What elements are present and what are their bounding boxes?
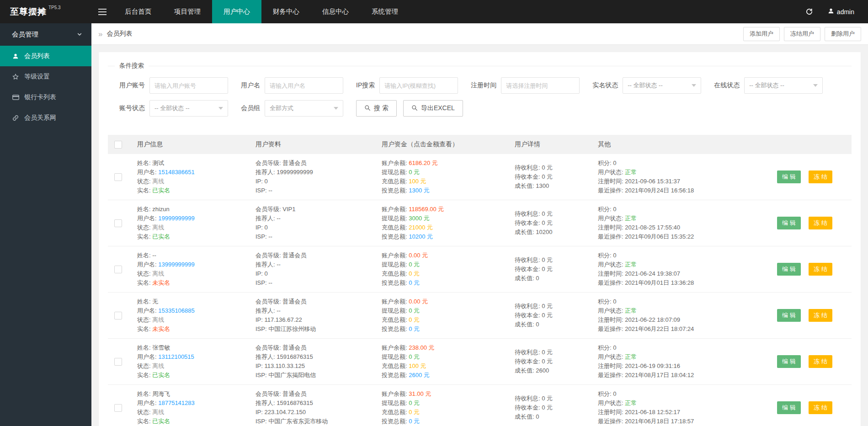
edit-button[interactable]: 编 辑 <box>777 217 801 229</box>
username-value[interactable]: 15148386651 <box>158 169 195 176</box>
points-value: 0 <box>613 298 616 305</box>
recharge-total-value[interactable]: 0 元 <box>409 270 420 277</box>
refresh-icon[interactable] <box>805 8 813 16</box>
search-button[interactable]: 搜 索 <box>356 100 397 117</box>
invest-total-value[interactable]: 2600 元 <box>409 372 430 378</box>
username-label: 用户名: <box>137 399 158 406</box>
nav-item-info-center[interactable]: 信息中心 <box>311 0 360 23</box>
freeze-button[interactable]: 冻 结 <box>809 355 832 368</box>
points-value: 0 <box>613 160 616 166</box>
select-all-checkbox[interactable] <box>114 141 122 149</box>
balance-value[interactable]: 0.00 元 <box>409 252 428 259</box>
balance-value[interactable]: 0.00 元 <box>409 298 428 305</box>
edit-button[interactable]: 编 辑 <box>777 170 801 183</box>
add-user-button[interactable]: 添加用户 <box>743 27 780 41</box>
name-value: zhizun <box>152 206 170 213</box>
nav-item-finance-center[interactable]: 财务中心 <box>261 0 311 23</box>
nav-item-dashboard[interactable]: 后台首页 <box>113 0 163 23</box>
invest-total-value[interactable]: 0 元 <box>409 325 420 332</box>
freeze-button[interactable]: 冻 结 <box>809 309 832 322</box>
ip-value: 0 <box>265 224 268 231</box>
nav-item-projects[interactable]: 项目管理 <box>163 0 212 23</box>
user-info-cell: 姓名: 测试 用户名: 15148386651 状态: 离线 实名: 已实名 <box>133 154 251 200</box>
recharge-total-value[interactable]: 21000 元 <box>409 224 433 231</box>
export-excel-button[interactable]: 导出EXCEL <box>403 100 463 117</box>
caret-down-icon <box>218 107 223 110</box>
freeze-button[interactable]: 冻 结 <box>809 263 832 276</box>
recharge-total-value[interactable]: 0 元 <box>409 409 420 415</box>
referrer-label: 推荐人: <box>256 215 277 222</box>
last-op-value: 2021年06月18日 17:18:57 <box>625 418 694 425</box>
principal-label: 待收本金: <box>515 266 542 272</box>
status-value: 离线 <box>152 409 164 415</box>
recharge-total-value[interactable]: 100 元 <box>409 362 426 369</box>
username-value[interactable]: 13112100515 <box>158 353 194 360</box>
invest-total-value[interactable]: 0 元 <box>409 418 420 425</box>
balance-value[interactable]: 6186.20 元 <box>409 160 438 166</box>
withdraw-total-value[interactable]: 0 元 <box>409 307 420 314</box>
member-group-select[interactable]: 全部方式 <box>265 100 343 117</box>
user-menu[interactable]: admin <box>828 8 854 16</box>
hamburger-menu-icon[interactable] <box>91 0 113 23</box>
freeze-button[interactable]: 冻 结 <box>809 401 832 414</box>
column-header-user-funds: 用户资金（点击金额查看） <box>377 135 510 154</box>
invest-total-value[interactable]: 10200 元 <box>409 233 433 240</box>
freeze-button[interactable]: 冻 结 <box>809 217 832 229</box>
withdraw-total-value[interactable]: 0 元 <box>409 261 420 268</box>
balance-value[interactable]: 238.00 元 <box>409 344 434 351</box>
online-status-select[interactable]: -- 全部状态 -- <box>744 77 823 94</box>
nav-item-user-center[interactable]: 用户中心 <box>212 0 261 23</box>
username-input[interactable] <box>265 77 343 94</box>
row-checkbox[interactable] <box>114 266 122 273</box>
username-value[interactable]: 19999999999 <box>158 215 195 222</box>
ip-input[interactable] <box>379 77 458 94</box>
user-profile-cell: 会员等级: 普通会员 推荐人: 15916876315 IP: 223.104.… <box>251 385 377 426</box>
edit-button[interactable]: 编 辑 <box>777 263 801 276</box>
withdraw-label: 提现总额: <box>382 399 409 406</box>
withdraw-total-value[interactable]: 0 元 <box>409 169 420 176</box>
invest-total-value[interactable]: 0 元 <box>409 279 420 286</box>
edit-button[interactable]: 编 辑 <box>777 355 801 368</box>
row-checkbox[interactable] <box>114 312 122 320</box>
delete-user-button[interactable]: 删除用户 <box>825 27 861 41</box>
withdraw-total-value[interactable]: 0 元 <box>409 353 420 360</box>
realname-value: 已实名 <box>152 187 170 194</box>
realname-label: 实名: <box>137 187 152 194</box>
sidebar-item-level-settings[interactable]: 等级设置 <box>0 66 91 87</box>
referrer-label: 推荐人: <box>256 261 277 268</box>
realname-status-select[interactable]: -- 全部状态 -- <box>623 77 701 94</box>
withdraw-total-value[interactable]: 0 元 <box>409 399 420 406</box>
username-value[interactable]: 18775141283 <box>158 399 195 406</box>
growth-label: 成长值: <box>515 182 536 189</box>
row-checkbox[interactable] <box>114 358 122 366</box>
regtime-input[interactable] <box>501 77 580 94</box>
balance-value[interactable]: 118569.00 元 <box>409 206 444 213</box>
row-checkbox[interactable] <box>114 173 122 181</box>
nav-item-system[interactable]: 系统管理 <box>360 0 410 23</box>
edit-button[interactable]: 编 辑 <box>777 401 801 414</box>
points-label: 积分: <box>598 298 613 305</box>
recharge-total-value[interactable]: 0 元 <box>409 316 420 323</box>
level-value: 普通会员 <box>282 298 306 305</box>
row-checkbox[interactable] <box>114 219 122 227</box>
invest-label: 投资总额: <box>382 233 409 240</box>
freeze-button[interactable]: 冻 结 <box>809 170 832 183</box>
edit-button[interactable]: 编 辑 <box>777 309 801 322</box>
status-label: 状态: <box>137 316 152 323</box>
member-table-body: 姓名: 测试 用户名: 15148386651 状态: 离线 实名: 已实名 会… <box>108 154 852 426</box>
account-status-select[interactable]: -- 全部状态 -- <box>149 100 228 117</box>
balance-value[interactable]: 31.00 元 <box>409 390 431 397</box>
username-value[interactable]: 15335106885 <box>158 307 195 314</box>
username-value[interactable]: 13999999999 <box>158 261 195 268</box>
sidebar-group-member-management[interactable]: 会员管理 <box>0 23 91 46</box>
account-input[interactable] <box>149 77 228 94</box>
invest-total-value[interactable]: 1300 元 <box>409 187 430 194</box>
name-value: 周海飞 <box>152 390 170 397</box>
sidebar-item-bank-card-list[interactable]: 银行卡列表 <box>0 87 91 107</box>
withdraw-total-value[interactable]: 3000 元 <box>409 215 430 222</box>
sidebar-item-member-relations[interactable]: 会员关系网 <box>0 107 91 128</box>
sidebar-item-member-list[interactable]: 会员列表 <box>0 46 91 66</box>
row-checkbox[interactable] <box>114 404 122 412</box>
recharge-total-value[interactable]: 100 元 <box>409 178 426 185</box>
freeze-user-button[interactable]: 冻结用户 <box>784 27 820 41</box>
